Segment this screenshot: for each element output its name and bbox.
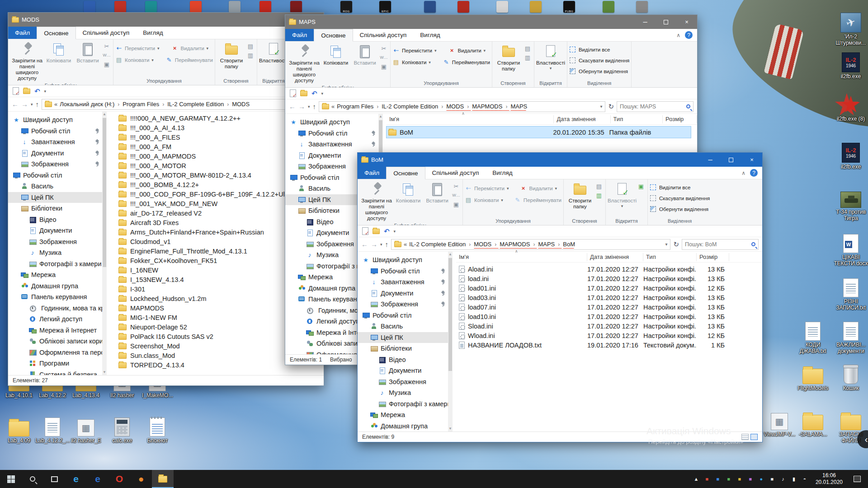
tab-home[interactable]: Основне bbox=[314, 29, 353, 42]
breadcrumb-item[interactable]: MAPS› bbox=[538, 240, 563, 249]
sidebar-item[interactable]: Завантаження bbox=[285, 139, 378, 150]
cut-icon[interactable]: ✂ bbox=[453, 183, 460, 190]
sidebar-item[interactable]: Мережа bbox=[8, 269, 102, 281]
breadcrumb-item[interactable]: IL-2 Complete Edition› bbox=[409, 240, 474, 249]
pin-to-quick-access-button[interactable]: Закріпити на панелі швидкого доступу bbox=[10, 41, 44, 82]
desktop-icon[interactable]: il2fb.exe bbox=[832, 52, 868, 80]
undo-icon[interactable]: ↶ bbox=[311, 89, 317, 98]
new-folder-qat-icon[interactable] bbox=[300, 91, 307, 96]
breadcrumb-item[interactable]: MAPS› bbox=[510, 102, 527, 111]
easy-access-icon[interactable]: ▥ bbox=[595, 192, 603, 199]
tab-view[interactable]: Вигляд bbox=[136, 27, 170, 39]
sidebar-item[interactable]: Робочий стіл bbox=[8, 170, 102, 181]
new-item-icon[interactable]: ▤ bbox=[247, 42, 254, 50]
tray-icon[interactable]: ▮ bbox=[788, 470, 799, 488]
desktop-icon[interactable]: КОДИ ДЖАВА.txt bbox=[794, 322, 832, 355]
scroll-down-icon[interactable]: ▼ bbox=[102, 370, 107, 375]
sidebar-item[interactable]: Швидкий доступ bbox=[358, 254, 448, 266]
undo-icon[interactable]: ↶ bbox=[34, 87, 40, 95]
sidebar-item[interactable]: Музика bbox=[8, 247, 102, 258]
cut-icon[interactable]: ✂ bbox=[380, 45, 387, 52]
titlebar[interactable]: BoM ─ × bbox=[358, 153, 762, 167]
sidebar-item[interactable]: Бібліотеки bbox=[358, 343, 448, 354]
sidebar-item[interactable]: Робочий стіл bbox=[285, 128, 378, 139]
rename-button[interactable]: ✎Перейменувати bbox=[165, 55, 213, 65]
taskbar-clock[interactable]: 16:06 20.01.2020 bbox=[811, 472, 847, 486]
sidebar-item[interactable]: Мережа bbox=[358, 409, 448, 421]
sidebar-item[interactable]: Робочий стіл bbox=[358, 310, 448, 321]
scrollbar-thumb[interactable] bbox=[103, 118, 106, 267]
desktop-icon[interactable]: -SALAMA... bbox=[794, 411, 832, 438]
up-icon[interactable]: ↑ bbox=[36, 100, 39, 108]
desktop-icon[interactable]: ВАЖЛИВІ... документи bbox=[832, 322, 868, 355]
select-all-button[interactable]: Виділити все bbox=[569, 45, 610, 54]
pin-to-quick-access-button[interactable]: Закріпити на панелі швидкого доступу bbox=[287, 43, 321, 84]
qat-customize-icon[interactable]: ▾ bbox=[394, 229, 396, 234]
tray-icon[interactable]: ■ bbox=[767, 470, 778, 488]
desktop-icon[interactable]: Т-34 против Тигра bbox=[832, 189, 868, 222]
breadcrumb-item[interactable]: Program Files› bbox=[337, 102, 382, 111]
copy-button[interactable]: Копіювати bbox=[394, 181, 423, 205]
file-row[interactable]: Aload.ini 17.01.2020 12:27 Настройки кон… bbox=[456, 264, 756, 274]
desktop-shortcut-icon[interactable] bbox=[290, 1, 302, 13]
desktop-icon[interactable]: ЦІКАВІ ТЕКСТИ.docx bbox=[832, 234, 868, 267]
desktop-shortcut-icon[interactable]: ROG bbox=[340, 1, 352, 13]
desktop-icon[interactable]: РІЗНІ ЗАПИСИ.txt bbox=[832, 278, 868, 311]
close-button[interactable]: × bbox=[676, 15, 697, 29]
new-item-icon[interactable]: ▤ bbox=[524, 45, 531, 52]
qat-customize-icon[interactable]: ▾ bbox=[321, 91, 324, 96]
copy-button[interactable]: Копіювати bbox=[321, 43, 350, 67]
properties-button[interactable]: Властивості▾ bbox=[608, 181, 637, 209]
breadcrumb-item[interactable]: IL-2 Complete Edition› bbox=[382, 102, 446, 111]
desktop-icon[interactable]: il2fb.exe (8) bbox=[832, 95, 868, 122]
sidebar-item[interactable]: Годинник, мова та країна/ bbox=[8, 303, 102, 314]
minimize-button[interactable]: ─ bbox=[700, 153, 721, 167]
breadcrumb-item[interactable]: Program Files› bbox=[123, 100, 167, 108]
breadcrumb-item[interactable]: MODS› bbox=[446, 102, 472, 111]
cut-icon[interactable]: ✂ bbox=[103, 42, 110, 50]
pin-to-quick-access-button[interactable]: Закріпити на панелі швидкого доступу bbox=[359, 181, 394, 222]
sidebar-item[interactable]: Зображення bbox=[358, 376, 448, 388]
copy-path-icon[interactable]: W… bbox=[453, 192, 460, 199]
action-center-button[interactable] bbox=[848, 470, 866, 488]
scroll-down-icon[interactable]: ▼ bbox=[448, 426, 453, 432]
sidebar-item[interactable]: Завантаження bbox=[358, 277, 448, 288]
tab-share[interactable]: Спільний доступ bbox=[353, 29, 414, 41]
titlebar[interactable]: MAPS ─ × bbox=[285, 15, 697, 29]
tray-icon[interactable]: ● bbox=[756, 470, 767, 488]
address-box[interactable]: « Program Files›IL-2 Complete Edition›MO… bbox=[319, 101, 605, 112]
rename-button[interactable]: ✎Перейменувати bbox=[443, 57, 490, 67]
sidebar-item[interactable]: Бібліотеки bbox=[8, 203, 102, 214]
sidebar-item[interactable]: Робочий стіл bbox=[358, 266, 448, 277]
taskbar-app-button[interactable]: e bbox=[87, 470, 108, 488]
file-row[interactable]: Sload.ini 17.01.2020 12:27 Настройки кон… bbox=[456, 321, 756, 331]
breadcrumb-item[interactable]: Локальний диск (H:)› bbox=[60, 100, 123, 108]
column-type[interactable]: Тип bbox=[643, 253, 697, 261]
copy-path-icon[interactable]: W… bbox=[380, 54, 387, 61]
copy-path-icon[interactable]: W… bbox=[103, 52, 110, 59]
desktop-shortcut-icon[interactable] bbox=[84, 1, 95, 13]
desktop-shortcut-icon[interactable] bbox=[259, 1, 271, 13]
collapse-ribbon-icon[interactable]: ∧ bbox=[676, 32, 680, 38]
taskbar-app-button[interactable]: e bbox=[65, 470, 87, 488]
column-date[interactable]: Дата змінення bbox=[554, 115, 610, 123]
file-row[interactable]: НАЗВАНИЕ ЛОАДОВ.txt 19.01.2020 17:16 Тек… bbox=[456, 340, 756, 350]
invert-selection-button[interactable]: Обернути виділення bbox=[569, 66, 628, 76]
recent-locations-icon[interactable]: ▾ bbox=[31, 102, 33, 107]
address-dropdown-icon[interactable]: ▾ bbox=[600, 104, 602, 109]
up-icon[interactable]: ↑ bbox=[313, 103, 316, 110]
sidebar-scrollbar[interactable]: ▲ ▼ bbox=[448, 252, 453, 432]
new-item-icon[interactable]: ▤ bbox=[595, 183, 603, 190]
tray-icon[interactable]: ▲ bbox=[691, 470, 702, 488]
sidebar-item[interactable]: Робочий стіл bbox=[8, 126, 102, 137]
undo-icon[interactable]: ↶ bbox=[384, 227, 390, 235]
desktop-shortcut-icon[interactable] bbox=[114, 1, 126, 13]
taskbar-app-button[interactable]: O bbox=[108, 470, 130, 488]
paste-button[interactable]: Вставити bbox=[73, 41, 102, 65]
search-box[interactable]: Пошук: BoM bbox=[682, 239, 759, 250]
desktop-shortcut-icon[interactable] bbox=[145, 1, 157, 13]
sidebar-item[interactable]: Оформлення та персонал bbox=[8, 347, 102, 358]
column-name[interactable]: ∧Ім'я bbox=[456, 253, 587, 261]
forward-icon[interactable]: → bbox=[21, 100, 28, 108]
search-box[interactable]: Пошук: MAPS bbox=[617, 101, 693, 112]
